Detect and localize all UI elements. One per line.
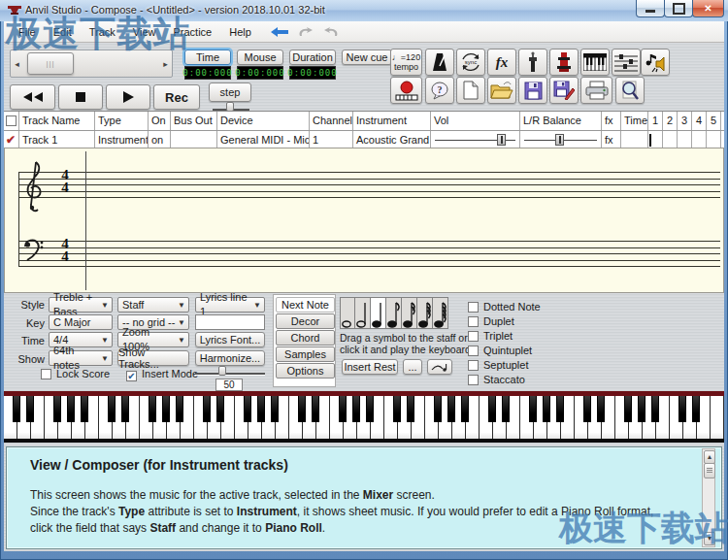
scroll-left-icon[interactable]: ◂ bbox=[11, 59, 23, 69]
show-tracks-button[interactable]: Show Tracks... bbox=[117, 350, 189, 366]
key-dropdown[interactable]: C Major bbox=[49, 314, 113, 330]
record-step-button[interactable]: Rec bbox=[153, 84, 200, 110]
black-key[interactable] bbox=[651, 396, 660, 422]
black-key[interactable] bbox=[298, 396, 307, 422]
save-button[interactable] bbox=[518, 77, 547, 104]
duplet-checkbox[interactable]: Duplet bbox=[468, 315, 514, 327]
new-song-button[interactable] bbox=[456, 77, 485, 104]
black-key[interactable] bbox=[81, 396, 89, 422]
piano-view-button[interactable] bbox=[580, 49, 610, 76]
black-key[interactable] bbox=[352, 396, 361, 422]
piano-keys[interactable] bbox=[4, 396, 724, 439]
black-key[interactable] bbox=[216, 396, 225, 422]
col-track-name[interactable]: Track Name bbox=[19, 112, 95, 130]
duration-button[interactable]: Duration bbox=[289, 49, 336, 65]
open-song-button[interactable] bbox=[487, 77, 516, 104]
menu-track[interactable]: Track bbox=[81, 23, 124, 41]
staccato-checkbox[interactable]: Staccato bbox=[468, 374, 525, 385]
black-key[interactable] bbox=[121, 396, 130, 422]
col-type[interactable]: Type bbox=[95, 112, 149, 130]
print-preview-button[interactable] bbox=[615, 77, 645, 104]
close-button[interactable]: ✕ bbox=[692, 0, 724, 17]
velocity-value[interactable]: 50 bbox=[215, 379, 243, 391]
black-key[interactable] bbox=[203, 396, 212, 422]
select-all-checkbox[interactable] bbox=[4, 112, 19, 130]
lyrics-text-input[interactable] bbox=[195, 314, 265, 330]
black-key[interactable] bbox=[312, 396, 320, 422]
black-key[interactable] bbox=[393, 396, 402, 422]
step-button[interactable]: step bbox=[209, 82, 251, 102]
col-bus-out[interactable]: Bus Out bbox=[171, 112, 217, 130]
menu-view[interactable]: View bbox=[124, 23, 165, 41]
undo-icon[interactable] bbox=[297, 26, 314, 38]
tab-options[interactable]: Options bbox=[276, 363, 335, 379]
scroll-up-icon[interactable]: ▲ bbox=[704, 450, 715, 464]
black-key[interactable] bbox=[597, 396, 606, 422]
metronome-button[interactable] bbox=[425, 49, 454, 76]
col-measure-5[interactable]: 5 bbox=[707, 112, 721, 130]
col-measure-1[interactable]: 1 bbox=[648, 112, 663, 130]
black-key[interactable] bbox=[176, 396, 184, 422]
tempo-button[interactable]: ♩=120 tempo bbox=[390, 49, 422, 76]
col-vol[interactable]: Vol bbox=[431, 112, 520, 130]
black-key[interactable] bbox=[638, 396, 646, 422]
black-key[interactable] bbox=[162, 396, 171, 422]
black-key[interactable] bbox=[13, 396, 21, 422]
black-key[interactable] bbox=[366, 396, 375, 422]
audition-button[interactable] bbox=[641, 49, 670, 76]
tab-decor[interactable]: Decor bbox=[276, 313, 335, 329]
black-key[interactable] bbox=[407, 396, 415, 422]
lyrics-line-dropdown[interactable]: Lyrics line 1▼ bbox=[195, 297, 265, 313]
save-as-button[interactable] bbox=[549, 77, 579, 104]
record-button[interactable] bbox=[390, 77, 422, 104]
scroll-right-icon[interactable]: ▸ bbox=[159, 59, 172, 69]
velocity-slider[interactable] bbox=[195, 369, 265, 377]
piano-keyboard[interactable] bbox=[4, 391, 724, 443]
black-key[interactable] bbox=[583, 396, 592, 422]
note-eighth-button[interactable] bbox=[386, 297, 402, 329]
black-key[interactable] bbox=[692, 396, 701, 422]
mixer-view-button[interactable] bbox=[612, 49, 641, 76]
note-thirtysecond-button[interactable] bbox=[417, 297, 433, 329]
white-key[interactable] bbox=[711, 396, 724, 439]
black-key[interactable] bbox=[108, 396, 116, 422]
black-key[interactable] bbox=[149, 396, 157, 422]
print-button[interactable] bbox=[580, 77, 612, 104]
black-key[interactable] bbox=[244, 396, 252, 422]
black-key[interactable] bbox=[257, 396, 266, 422]
col-device[interactable]: Device bbox=[217, 112, 310, 130]
black-key[interactable] bbox=[678, 396, 687, 422]
col-measure-2[interactable]: 2 bbox=[663, 112, 678, 130]
menu-edit[interactable]: Edit bbox=[45, 23, 81, 41]
septuplet-checkbox[interactable]: Septuplet bbox=[468, 359, 528, 371]
stop-button[interactable] bbox=[58, 84, 103, 110]
zoom-dropdown[interactable]: Zoom 100%▼ bbox=[117, 332, 189, 347]
score-editor[interactable]: 44 44 bbox=[4, 148, 724, 293]
effects-button[interactable]: fx bbox=[487, 49, 516, 76]
audio-jack-button[interactable] bbox=[518, 49, 547, 76]
col-on[interactable]: On bbox=[149, 112, 171, 130]
time-button[interactable]: Time bbox=[184, 49, 231, 65]
new-cue-button[interactable]: New cue bbox=[342, 49, 392, 65]
lyrics-font-button[interactable]: Lyrics Font... bbox=[195, 332, 265, 347]
show-notes-dropdown[interactable]: 64th notes▼ bbox=[49, 350, 113, 366]
black-key[interactable] bbox=[461, 396, 470, 422]
col-measure-3[interactable]: 3 bbox=[678, 112, 692, 130]
lock-score-checkbox[interactable]: Lock Score bbox=[41, 368, 110, 379]
song-position-scrollbar[interactable]: ◂ ||| ▸ bbox=[10, 49, 173, 78]
black-key[interactable] bbox=[339, 396, 347, 422]
tab-samples[interactable]: Samples bbox=[276, 346, 335, 362]
black-key[interactable] bbox=[53, 396, 62, 422]
black-key[interactable] bbox=[434, 396, 443, 422]
play-button[interactable] bbox=[106, 84, 150, 110]
menu-practice[interactable]: Practice bbox=[164, 23, 220, 41]
black-key[interactable] bbox=[556, 396, 565, 422]
sync-button[interactable]: sync bbox=[456, 49, 485, 76]
insert-rest-button[interactable]: Insert Rest bbox=[342, 359, 398, 375]
dotted-note-checkbox[interactable]: Dotted Note bbox=[468, 301, 541, 313]
quintuplet-checkbox[interactable]: Quintuplet bbox=[468, 345, 532, 356]
col-instrument[interactable]: Instrument bbox=[353, 112, 431, 130]
note-sixteenth-button[interactable] bbox=[402, 297, 417, 329]
black-key[interactable] bbox=[502, 396, 511, 422]
black-key[interactable] bbox=[488, 396, 497, 422]
